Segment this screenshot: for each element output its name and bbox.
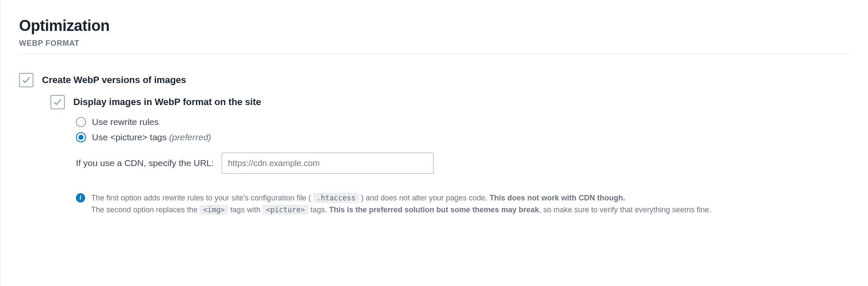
cdn-label: If you use a CDN, specify the URL: (76, 158, 214, 168)
label-display-webp: Display images in WebP format on the sit… (73, 97, 261, 108)
page-title: Optimization (19, 17, 849, 35)
option-create-webp: Create WebP versions of images (19, 75, 849, 87)
cdn-url-input[interactable] (222, 153, 434, 174)
radio-label-rewrite: Use rewrite rules (92, 117, 159, 127)
code-img: <img> (200, 205, 228, 215)
info-block: i The first option adds rewrite rules to… (76, 192, 849, 216)
label-create-webp: Create WebP versions of images (42, 75, 186, 86)
code-htaccess: .htaccess (313, 193, 359, 203)
radio-dot-icon (78, 135, 83, 140)
info-text: The first option adds rewrite rules to y… (91, 192, 849, 216)
radio-picture[interactable] (76, 132, 86, 142)
radio-label-picture: Use <picture> tags (preferred) (92, 132, 211, 142)
option-display-webp: Display images in WebP format on the sit… (50, 97, 849, 109)
radio-group-display-method: Use rewrite rules Use <picture> tags (pr… (76, 117, 849, 142)
check-icon (53, 97, 62, 107)
radio-rewrite[interactable] (76, 117, 86, 127)
code-picture: <picture> (262, 205, 308, 215)
checkbox-display-webp[interactable] (50, 95, 65, 109)
section-label-webp: WEBP FORMAT (19, 39, 849, 54)
checkbox-create-webp[interactable] (19, 73, 33, 87)
info-icon: i (76, 193, 85, 203)
cdn-row: If you use a CDN, specify the URL: (76, 153, 849, 174)
check-icon (22, 75, 31, 85)
radio-row-picture: Use <picture> tags (preferred) (76, 132, 849, 142)
radio-row-rewrite: Use rewrite rules (76, 117, 849, 127)
